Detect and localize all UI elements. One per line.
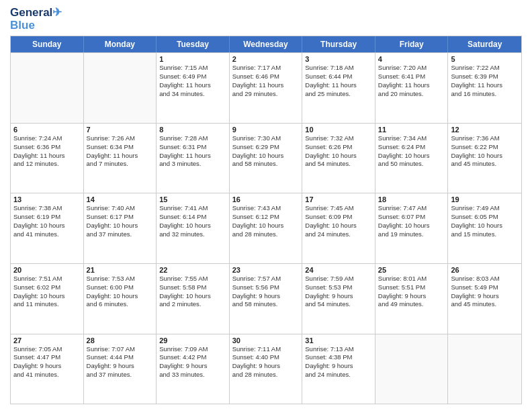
logo: General✈ Blue: [10, 7, 62, 32]
cell-line: and 54 minutes.: [305, 300, 372, 309]
cell-line: Sunset: 5:56 PM: [232, 283, 300, 292]
cell-line: Daylight: 10 hours: [451, 152, 519, 161]
cell-line: Sunrise: 7:07 AM: [87, 345, 154, 354]
cell-line: Daylight: 11 hours: [451, 81, 519, 90]
calendar-cell: 25Sunrise: 8:01 AMSunset: 5:51 PMDayligh…: [375, 264, 449, 334]
calendar-cell: 29Sunrise: 7:09 AMSunset: 4:42 PMDayligh…: [157, 334, 230, 404]
cell-line: Sunrise: 7:05 AM: [13, 345, 81, 354]
day-number: 24: [305, 266, 372, 274]
cell-line: Daylight: 10 hours: [13, 222, 81, 230]
calendar-cell: 21Sunrise: 7:53 AMSunset: 6:00 PMDayligh…: [84, 264, 157, 334]
cell-line: Daylight: 9 hours: [305, 292, 372, 301]
calendar-body: 1Sunrise: 7:15 AMSunset: 6:49 PMDaylight…: [11, 52, 521, 404]
calendar-cell: [84, 53, 157, 123]
calendar-cell: [375, 334, 449, 404]
day-number: 3: [305, 55, 372, 63]
calendar-cell: 2Sunrise: 7:17 AMSunset: 6:46 PMDaylight…: [230, 53, 303, 123]
cell-line: and 37 minutes.: [87, 230, 154, 239]
cell-line: Sunset: 6:36 PM: [13, 143, 81, 152]
cell-line: Sunset: 6:07 PM: [378, 213, 445, 222]
cell-line: and 24 minutes.: [305, 230, 372, 239]
day-number: 13: [13, 195, 81, 203]
cell-line: Sunrise: 7:26 AM: [87, 134, 154, 143]
calendar-cell: 16Sunrise: 7:43 AMSunset: 6:12 PMDayligh…: [230, 193, 303, 263]
calendar-cell: 10Sunrise: 7:32 AMSunset: 6:26 PMDayligh…: [302, 124, 375, 193]
cell-line: Daylight: 11 hours: [159, 81, 226, 90]
day-number: 1: [159, 55, 226, 63]
calendar-cell: 19Sunrise: 7:49 AMSunset: 6:05 PMDayligh…: [448, 193, 521, 263]
day-number: 26: [451, 266, 519, 274]
cell-line: Sunset: 6:14 PM: [159, 213, 226, 222]
cell-line: Daylight: 10 hours: [305, 152, 372, 161]
cell-line: Sunrise: 7:24 AM: [13, 134, 81, 143]
day-number: 4: [378, 55, 445, 63]
cell-line: Sunset: 6:05 PM: [451, 213, 519, 222]
cell-line: Daylight: 10 hours: [232, 152, 300, 161]
calendar-cell: 27Sunrise: 7:05 AMSunset: 4:47 PMDayligh…: [11, 334, 84, 404]
cell-line: Daylight: 10 hours: [232, 222, 300, 230]
cell-line: Daylight: 9 hours: [232, 292, 300, 301]
cell-line: Sunset: 6:17 PM: [87, 213, 154, 222]
calendar-cell: 23Sunrise: 7:57 AMSunset: 5:56 PMDayligh…: [230, 264, 303, 334]
calendar-week: 13Sunrise: 7:38 AMSunset: 6:19 PMDayligh…: [11, 193, 521, 263]
cell-line: and 25 minutes.: [305, 90, 372, 99]
cell-line: Sunset: 6:44 PM: [305, 73, 372, 81]
day-number: 25: [378, 266, 445, 274]
cell-line: and 20 minutes.: [378, 90, 445, 99]
cell-line: Sunrise: 7:43 AM: [232, 204, 300, 213]
cell-line: Sunrise: 7:28 AM: [159, 134, 226, 143]
cell-line: and 2 minutes.: [159, 300, 226, 309]
calendar-header-cell: Sunday: [11, 36, 84, 52]
calendar-cell: 20Sunrise: 7:51 AMSunset: 6:02 PMDayligh…: [11, 264, 84, 334]
cell-line: Sunrise: 7:34 AM: [378, 134, 445, 143]
cell-line: and 45 minutes.: [451, 160, 519, 169]
day-number: 9: [232, 126, 300, 134]
cell-line: and 45 minutes.: [451, 300, 519, 309]
cell-line: Sunset: 4:47 PM: [13, 353, 81, 362]
cell-line: and 24 minutes.: [305, 371, 372, 379]
cell-line: Daylight: 10 hours: [378, 152, 445, 161]
cell-line: Daylight: 10 hours: [13, 292, 81, 301]
cell-line: Sunset: 5:49 PM: [451, 283, 519, 292]
cell-line: and 41 minutes.: [13, 371, 81, 379]
cell-line: Sunrise: 7:22 AM: [451, 64, 519, 73]
cell-line: and 19 minutes.: [378, 230, 445, 239]
cell-line: Sunset: 5:53 PM: [305, 283, 372, 292]
cell-line: Daylight: 9 hours: [13, 362, 81, 371]
cell-line: Sunset: 6:02 PM: [13, 283, 81, 292]
calendar-header-cell: Thursday: [302, 36, 375, 52]
cell-line: and 28 minutes.: [232, 371, 300, 379]
cell-line: Sunset: 6:24 PM: [378, 143, 445, 152]
day-number: 10: [305, 126, 372, 134]
cell-line: Daylight: 11 hours: [378, 81, 445, 90]
page: General✈ Blue SundayMondayTuesdayWednesd…: [0, 0, 532, 411]
cell-line: and 32 minutes.: [159, 230, 226, 239]
calendar-header-cell: Wednesday: [230, 36, 303, 52]
cell-line: and 54 minutes.: [305, 160, 372, 169]
calendar-cell: 12Sunrise: 7:36 AMSunset: 6:22 PMDayligh…: [448, 124, 521, 193]
cell-line: Sunset: 6:26 PM: [305, 143, 372, 152]
calendar-cell: 30Sunrise: 7:11 AMSunset: 4:40 PMDayligh…: [230, 334, 303, 404]
cell-line: Sunset: 6:41 PM: [378, 73, 445, 81]
cell-line: Daylight: 11 hours: [159, 152, 226, 161]
cell-line: Sunset: 4:38 PM: [305, 353, 372, 362]
day-number: 8: [159, 126, 226, 134]
logo-line2: Blue: [10, 19, 62, 32]
calendar-cell: 24Sunrise: 7:59 AMSunset: 5:53 PMDayligh…: [302, 264, 375, 334]
cell-line: and 29 minutes.: [232, 90, 300, 99]
day-number: 30: [232, 336, 300, 345]
cell-line: Sunset: 6:31 PM: [159, 143, 226, 152]
calendar-cell: 9Sunrise: 7:30 AMSunset: 6:29 PMDaylight…: [230, 124, 303, 193]
day-number: 20: [13, 266, 81, 274]
day-number: 6: [13, 126, 81, 134]
cell-line: and 41 minutes.: [13, 230, 81, 239]
calendar-cell: 31Sunrise: 7:13 AMSunset: 4:38 PMDayligh…: [302, 334, 375, 404]
day-number: 2: [232, 55, 300, 63]
cell-line: and 34 minutes.: [159, 90, 226, 99]
cell-line: Sunset: 6:00 PM: [87, 283, 154, 292]
cell-line: Sunrise: 7:38 AM: [13, 204, 81, 213]
cell-line: Sunrise: 7:45 AM: [305, 204, 372, 213]
cell-line: Sunset: 5:58 PM: [159, 283, 226, 292]
cell-line: Sunrise: 7:18 AM: [305, 64, 372, 73]
calendar-cell: 8Sunrise: 7:28 AMSunset: 6:31 PMDaylight…: [157, 124, 230, 193]
